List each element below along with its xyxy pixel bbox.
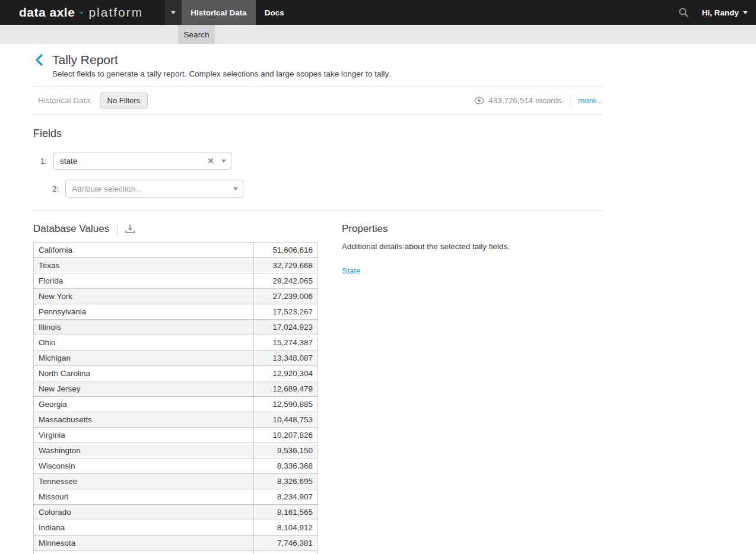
- select-placeholder: Attribute selection...: [72, 184, 233, 193]
- value-count-cell: 29,242,065: [254, 273, 318, 289]
- table-row[interactable]: Maryland7,702,459: [34, 551, 318, 554]
- value-label-cell: Florida: [34, 273, 254, 289]
- field-select-2[interactable]: Attribute selection...: [65, 180, 243, 198]
- value-label-cell: Michigan: [34, 351, 254, 366]
- back-chevron-icon[interactable]: [33, 53, 46, 66]
- value-label-cell: Indiana: [34, 520, 254, 536]
- table-row[interactable]: Florida29,242,065: [34, 273, 318, 289]
- main-content: Tally Report Select fields to generate a…: [0, 44, 756, 554]
- page-header: Tally Report Select fields to generate a…: [33, 44, 603, 78]
- download-button[interactable]: [125, 224, 135, 234]
- page-title: Tally Report: [52, 53, 118, 67]
- user-menu[interactable]: Hi, Randy: [702, 8, 748, 17]
- value-label-cell: Washington: [34, 443, 254, 459]
- selected-value: state: [60, 157, 207, 165]
- value-label-cell: Tennessee: [34, 474, 254, 489]
- value-count-cell: 12,689,479: [254, 381, 318, 397]
- chevron-down-icon: [743, 11, 748, 14]
- product-name: platform: [88, 5, 143, 20]
- value-label-cell: New York: [34, 289, 254, 304]
- table-row[interactable]: New York27,239,006: [34, 289, 318, 304]
- value-label-cell: Virginia: [34, 428, 254, 443]
- fields-heading: Fields: [33, 128, 603, 140]
- divider: [570, 94, 570, 107]
- table-row[interactable]: Massachusetts10,448,753: [34, 412, 318, 428]
- search-icon: [678, 7, 689, 18]
- value-label-cell: New Jersey: [34, 381, 254, 397]
- chevron-down-icon: [221, 160, 226, 163]
- tab-historical-data[interactable]: Historical Data: [182, 0, 256, 25]
- top-navbar: data axle · platform Historical Data Doc…: [0, 0, 756, 25]
- value-label-cell: Illinois: [34, 320, 254, 335]
- table-row[interactable]: Michigan13,348,087: [34, 351, 318, 366]
- table-row[interactable]: Texas32,729,668: [34, 258, 318, 273]
- page-subtitle: Select fields to generate a tally report…: [52, 69, 603, 78]
- field-index-label: 2:: [52, 184, 61, 193]
- field-select-1[interactable]: state ✕: [53, 152, 231, 170]
- table-row[interactable]: California51,606,616: [34, 243, 318, 258]
- table-row[interactable]: Pennsylvania17,523,267: [34, 304, 318, 320]
- table-row[interactable]: Ohio15,274,387: [34, 335, 318, 351]
- properties-section: Properties Additional details about the …: [342, 223, 603, 554]
- table-row[interactable]: Illinois17,024,923: [34, 320, 318, 335]
- table-row[interactable]: Tennessee8,326,695: [34, 474, 318, 489]
- properties-description: Additional details about the selected ta…: [342, 242, 603, 251]
- database-values-section: Database Values California51,606,616Texa…: [33, 223, 318, 554]
- property-link-state[interactable]: State: [342, 266, 361, 275]
- value-count-cell: 17,523,267: [254, 304, 318, 320]
- user-greeting: Hi, Randy: [702, 8, 739, 17]
- value-label-cell: California: [34, 243, 254, 258]
- value-label-cell: Missouri: [34, 489, 254, 505]
- value-label-cell: Colorado: [34, 505, 254, 520]
- table-row[interactable]: Wisconsin8,336,368: [34, 459, 318, 474]
- value-count-cell: 8,326,695: [254, 474, 318, 489]
- divider: [117, 223, 118, 235]
- value-count-cell: 10,448,753: [254, 412, 318, 428]
- eye-icon: [474, 97, 484, 104]
- tally-table: California51,606,616Texas32,729,668Flori…: [33, 242, 318, 554]
- clear-icon[interactable]: ✕: [207, 156, 214, 165]
- value-label-cell: North Carolina: [34, 366, 254, 381]
- value-count-cell: 12,590,885: [254, 397, 318, 412]
- value-count-cell: 8,336,368: [254, 459, 318, 474]
- table-row[interactable]: North Carolina12,920,304: [34, 366, 318, 381]
- chevron-down-icon: [233, 187, 238, 190]
- field-row-2: 2: Attribute selection...: [52, 180, 603, 198]
- field-row-1: 1: state ✕: [40, 152, 603, 170]
- filter-bar: Historical Data: No Filters 433,726,514 …: [33, 87, 603, 114]
- value-label-cell: Wisconsin: [34, 459, 254, 474]
- tab-docs[interactable]: Docs: [256, 0, 293, 25]
- value-count-cell: 51,606,616: [254, 243, 318, 258]
- table-row[interactable]: Missouri8,234,907: [34, 489, 318, 505]
- value-count-cell: 8,161,565: [254, 505, 318, 520]
- value-label-cell: Pennsylvania: [34, 304, 254, 320]
- record-count: 433,726,514 records: [488, 96, 562, 105]
- database-values-heading: Database Values: [33, 223, 109, 235]
- no-filters-button[interactable]: No Filters: [100, 93, 148, 109]
- table-row[interactable]: Georgia12,590,885: [34, 397, 318, 412]
- search-button[interactable]: [678, 7, 689, 18]
- value-count-cell: 8,104,912: [254, 520, 318, 536]
- table-row[interactable]: Colorado8,161,565: [34, 505, 318, 520]
- value-count-cell: 27,239,006: [254, 289, 318, 304]
- value-label-cell: Minnesota: [34, 536, 254, 551]
- tally-table-body: California51,606,616Texas32,729,668Flori…: [34, 243, 318, 554]
- value-count-cell: 13,348,087: [254, 351, 318, 366]
- brand-logo[interactable]: data axle · platform: [0, 0, 164, 25]
- brand-name: data axle: [19, 5, 75, 20]
- table-row[interactable]: Virginia10,207,826: [34, 428, 318, 443]
- value-label-cell: Georgia: [34, 397, 254, 412]
- table-row[interactable]: Washington9,536,150: [34, 443, 318, 459]
- value-label-cell: Texas: [34, 258, 254, 273]
- fields-section: Fields 1: state ✕ 2: Attribute selection…: [33, 114, 603, 211]
- value-count-cell: 7,746,381: [254, 536, 318, 551]
- table-row[interactable]: New Jersey12,689,479: [34, 381, 318, 397]
- value-label-cell: Maryland: [34, 551, 254, 554]
- table-row[interactable]: Minnesota7,746,381: [34, 536, 318, 551]
- properties-heading: Properties: [342, 223, 603, 235]
- app-switcher-button[interactable]: [164, 0, 182, 25]
- table-row[interactable]: Indiana8,104,912: [34, 520, 318, 536]
- tab-search[interactable]: Search: [178, 25, 215, 44]
- more-link[interactable]: more...: [578, 96, 603, 105]
- value-count-cell: 10,207,826: [254, 428, 318, 443]
